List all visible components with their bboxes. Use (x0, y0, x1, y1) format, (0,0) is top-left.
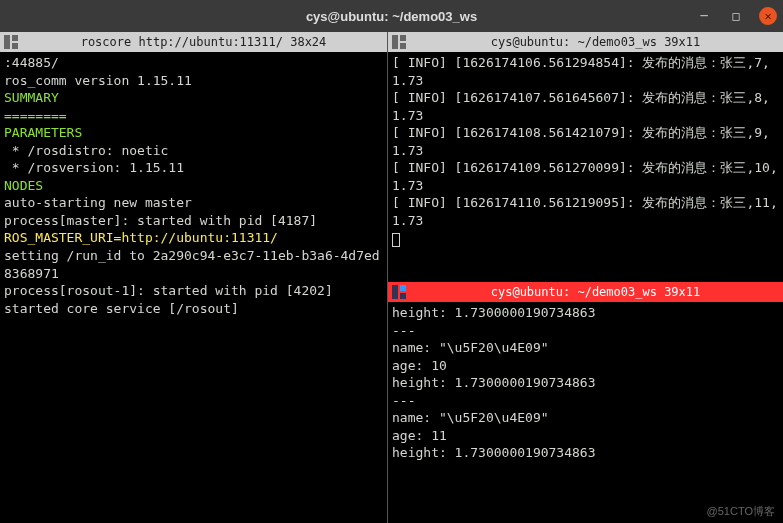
window-controls: ─ □ ✕ (695, 7, 777, 25)
left-pane: roscore http://ubuntu:11311/ 38x24 :4488… (0, 32, 388, 523)
split-icon (392, 35, 406, 49)
window-title: cys@ubuntu: ~/demo03_ws (306, 9, 477, 24)
terminal-line: SUMMARY (4, 89, 383, 107)
terminal-line: ros_comm version 1.15.11 (4, 72, 383, 90)
terminal-line: * /rosversion: 1.15.11 (4, 159, 383, 177)
svg-rect-2 (12, 43, 18, 49)
close-button[interactable]: ✕ (759, 7, 777, 25)
terminal-line: PARAMETERS (4, 124, 383, 142)
right-pane: cys@ubuntu: ~/demo03_ws 39x11 [ INFO] [1… (388, 32, 783, 523)
terminal-line: [ INFO] [1626174106.561294854]: 发布的消息：张三… (392, 54, 779, 89)
terminal-line: height: 1.7300000190734863 (392, 374, 779, 392)
right-top-terminal[interactable]: [ INFO] [1626174106.561294854]: 发布的消息：张三… (388, 52, 783, 282)
right-top-tab[interactable]: cys@ubuntu: ~/demo03_ws 39x11 (388, 32, 783, 52)
terminal-line: age: 11 (392, 427, 779, 445)
right-bottom-terminal[interactable]: height: 1.7300000190734863---name: "\u5F… (388, 302, 783, 523)
terminal-panes: roscore http://ubuntu:11311/ 38x24 :4488… (0, 32, 783, 523)
svg-rect-8 (400, 293, 406, 299)
terminal-line: NODES (4, 177, 383, 195)
watermark: @51CTO博客 (707, 504, 775, 519)
terminal-line: [ INFO] [1626174109.561270099]: 发布的消息：张三… (392, 159, 779, 194)
terminal-line: ======== (4, 107, 383, 125)
terminal-line: --- (392, 392, 779, 410)
split-icon (392, 285, 406, 299)
left-tab-title: roscore http://ubuntu:11311/ 38x24 (24, 35, 383, 49)
terminal-line: auto-starting new master (4, 194, 383, 212)
svg-rect-6 (392, 285, 398, 299)
svg-rect-4 (400, 35, 406, 41)
right-top-tab-title: cys@ubuntu: ~/demo03_ws 39x11 (412, 35, 779, 49)
right-top-pane: cys@ubuntu: ~/demo03_ws 39x11 [ INFO] [1… (388, 32, 783, 282)
left-terminal[interactable]: :44885/ros_comm version 1.15.11SUMMARY==… (0, 52, 387, 523)
svg-rect-1 (12, 35, 18, 41)
right-bottom-pane: cys@ubuntu: ~/demo03_ws 39x11 height: 1.… (388, 282, 783, 523)
terminal-line: * /rosdistro: noetic (4, 142, 383, 160)
terminal-line: started core service [/rosout] (4, 300, 383, 318)
right-bottom-tab[interactable]: cys@ubuntu: ~/demo03_ws 39x11 (388, 282, 783, 302)
minimize-button[interactable]: ─ (695, 7, 713, 25)
terminal-line: height: 1.7300000190734863 (392, 444, 779, 462)
svg-rect-5 (400, 43, 406, 49)
terminal-line: :44885/ (4, 54, 383, 72)
terminal-line: name: "\u5F20\u4E09" (392, 409, 779, 427)
svg-rect-7 (400, 285, 406, 291)
left-pane-tab[interactable]: roscore http://ubuntu:11311/ 38x24 (0, 32, 387, 52)
terminal-line: height: 1.7300000190734863 (392, 304, 779, 322)
terminal-line: age: 10 (392, 357, 779, 375)
terminal-line: process[rosout-1]: started with pid [420… (4, 282, 383, 300)
terminal-line: --- (392, 322, 779, 340)
terminal-line: [ INFO] [1626174110.561219095]: 发布的消息：张三… (392, 194, 779, 229)
terminal-line: setting /run_id to 2a290c94-e3c7-11eb-b3… (4, 247, 383, 282)
window-titlebar: cys@ubuntu: ~/demo03_ws ─ □ ✕ (0, 0, 783, 32)
split-icon (4, 35, 18, 49)
right-bottom-tab-title: cys@ubuntu: ~/demo03_ws 39x11 (412, 285, 779, 299)
svg-rect-3 (392, 35, 398, 49)
cursor (392, 233, 400, 247)
terminal-line: ROS_MASTER_URI=http://ubuntu:11311/ (4, 229, 383, 247)
terminal-line: process[master]: started with pid [4187] (4, 212, 383, 230)
svg-rect-0 (4, 35, 10, 49)
terminal-line: name: "\u5F20\u4E09" (392, 339, 779, 357)
maximize-button[interactable]: □ (727, 7, 745, 25)
terminal-line: [ INFO] [1626174108.561421079]: 发布的消息：张三… (392, 124, 779, 159)
terminal-line: [ INFO] [1626174107.561645607]: 发布的消息：张三… (392, 89, 779, 124)
